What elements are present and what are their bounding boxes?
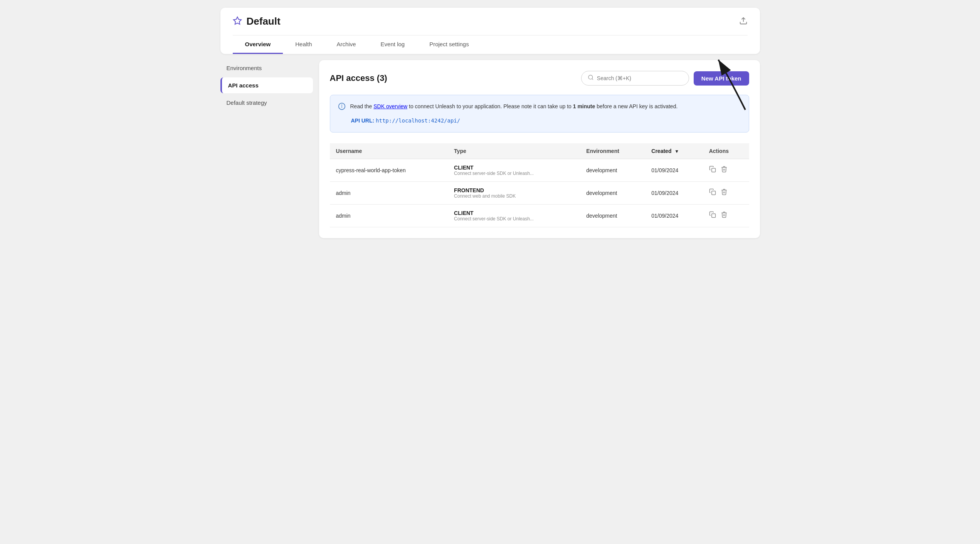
search-icon — [588, 74, 594, 82]
cell-environment: development — [580, 159, 645, 181]
sidebar-item-environments[interactable]: Environments — [220, 60, 313, 76]
col-created[interactable]: Created ▼ — [645, 143, 703, 159]
table-row: cypress-real-world-app-token CLIENT Conn… — [330, 159, 749, 181]
svg-point-2 — [588, 75, 593, 79]
upload-icon[interactable] — [739, 17, 748, 27]
delete-icon[interactable] — [721, 166, 728, 175]
api-url: API URL: http://localhost:4242/api/ — [351, 116, 741, 125]
main-layout: Environments API access Default strategy… — [220, 60, 760, 238]
content-area: API access (3) New API token — [319, 60, 760, 238]
sidebar-item-api-access[interactable]: API access — [220, 77, 313, 93]
tab-event-log[interactable]: Event log — [368, 35, 417, 54]
svg-rect-10 — [711, 214, 715, 218]
delete-icon[interactable] — [721, 188, 728, 197]
cell-environment: development — [580, 204, 645, 227]
tab-overview[interactable]: Overview — [233, 35, 283, 54]
svg-marker-0 — [234, 17, 241, 24]
cell-created: 01/09/2024 — [645, 159, 703, 181]
new-api-token-button[interactable]: New API token — [694, 71, 749, 86]
cell-created: 01/09/2024 — [645, 204, 703, 227]
tab-health[interactable]: Health — [283, 35, 324, 54]
content-title: API access (3) — [330, 73, 387, 83]
table-row: admin CLIENT Connect server-side SDK or … — [330, 204, 749, 227]
delete-icon[interactable] — [721, 211, 728, 220]
cell-environment: development — [580, 181, 645, 204]
tab-archive[interactable]: Archive — [324, 35, 368, 54]
copy-icon[interactable] — [709, 166, 716, 175]
sidebar: Environments API access Default strategy — [220, 60, 313, 238]
sidebar-item-default-strategy[interactable]: Default strategy — [220, 95, 313, 111]
cell-created: 01/09/2024 — [645, 181, 703, 204]
header-card: Default Overview Health Archive Event lo… — [220, 8, 760, 54]
col-type: Type — [448, 143, 580, 159]
col-environment: Environment — [580, 143, 645, 159]
copy-icon[interactable] — [709, 188, 716, 197]
api-url-label: API URL: — [351, 118, 375, 124]
search-box[interactable] — [581, 71, 689, 86]
cell-type: CLIENT Connect server-side SDK or Unleas… — [448, 159, 580, 181]
cell-type: CLIENT Connect server-side SDK or Unleas… — [448, 204, 580, 227]
col-username: Username — [330, 143, 448, 159]
cell-username: admin — [330, 204, 448, 227]
table-header-row: Username Type Environment Created ▼ Acti… — [330, 143, 749, 159]
cell-actions — [703, 181, 749, 204]
svg-rect-8 — [711, 168, 715, 172]
header-right: New API token — [581, 71, 749, 86]
info-box: Read the SDK overview to connect Unleash… — [330, 95, 749, 133]
tab-project-settings[interactable]: Project settings — [417, 35, 481, 54]
svg-rect-9 — [711, 191, 715, 195]
api-table: Username Type Environment Created ▼ Acti… — [330, 143, 749, 227]
tab-bar: Overview Health Archive Event log Projec… — [233, 35, 748, 54]
info-bold-text: 1 minute — [573, 103, 595, 109]
cell-username: cypress-real-world-app-token — [330, 159, 448, 181]
cell-type: FRONTEND Connect web and mobile SDK — [448, 181, 580, 204]
page-title: Default — [247, 15, 281, 27]
search-input[interactable] — [597, 75, 682, 81]
cell-actions — [703, 159, 749, 181]
table-row: admin FRONTEND Connect web and mobile SD… — [330, 181, 749, 204]
col-actions: Actions — [703, 143, 749, 159]
sdk-overview-link[interactable]: SDK overview — [373, 103, 407, 109]
copy-icon[interactable] — [709, 211, 716, 220]
info-icon — [338, 102, 346, 112]
star-icon[interactable] — [233, 16, 242, 27]
content-header: API access (3) New API token — [330, 71, 749, 86]
svg-line-3 — [592, 79, 593, 80]
cell-actions — [703, 204, 749, 227]
api-url-value: http://localhost:4242/api/ — [376, 118, 460, 124]
cell-username: admin — [330, 181, 448, 204]
sort-arrow-icon: ▼ — [674, 149, 679, 154]
info-text: Read the SDK overview to connect Unleash… — [350, 102, 678, 111]
